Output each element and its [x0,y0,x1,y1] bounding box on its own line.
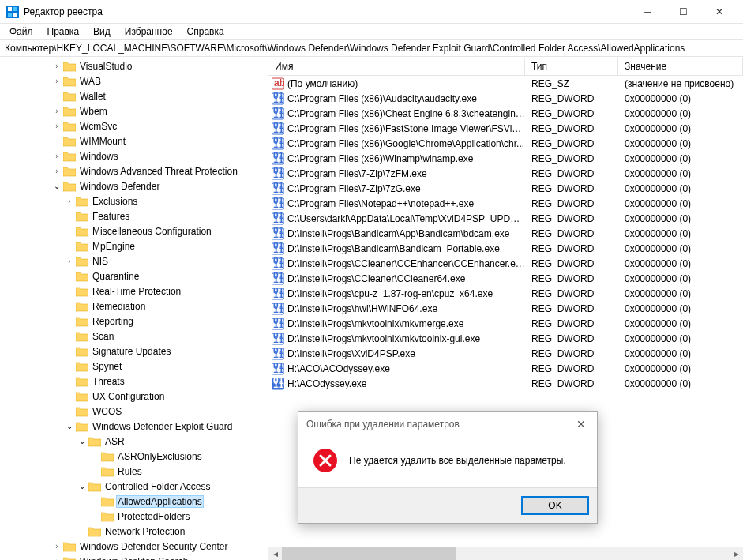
chevron-right-icon[interactable]: › [63,197,76,205]
tree-item[interactable]: Spynet [0,359,268,374]
tree-item-label: AllowedApplications [116,495,204,508]
tree-item[interactable]: ›Windows Defender Security Center [0,539,268,554]
value-name: D:\Instell\Progs\mkvtoolnix\mkvtoolnix-g… [287,333,480,344]
value-name: D:\Instell\Progs\CCleaner\CCleaner64.exe [287,273,465,284]
string-value-icon [272,77,284,90]
value-data: 0x00000000 (0) [618,123,743,134]
tree-item[interactable]: ⌄ASR [0,434,268,449]
list-row[interactable]: H:\ACO\ACOdyssey.exeREG_DWORD0x00000000 … [268,361,743,376]
chevron-right-icon[interactable]: › [51,167,63,175]
chevron-right-icon[interactable]: › [51,62,63,70]
list-row[interactable]: C:\Program Files\Notepad++\notepad++.exe… [268,196,743,211]
chevron-down-icon[interactable]: ⌄ [63,422,76,430]
tree-item[interactable]: Real-Time Protection [0,284,268,299]
dialog-close-button[interactable]: ✕ [573,418,589,430]
tree-item[interactable]: AllowedApplications [0,494,268,509]
chevron-right-icon[interactable]: › [51,122,63,130]
tree-item[interactable]: UX Configuration [0,389,268,404]
tree-item[interactable]: Network Protection [0,524,268,539]
address-bar[interactable]: Компьютер\HKEY_LOCAL_MACHINE\SOFTWARE\Mi… [0,39,743,57]
menu-favorites[interactable]: Избранное [118,24,179,39]
tree-item-label: UX Configuration [91,391,166,402]
tree-item[interactable]: WCOS [0,404,268,419]
chevron-right-icon[interactable]: › [51,107,63,115]
tree-item[interactable]: Signature Updates [0,344,268,359]
scroll-thumb[interactable] [282,547,456,560]
list-row[interactable]: C:\Program Files (x86)\Winamp\winamp.exe… [268,151,743,166]
list-row[interactable]: D:\Instell\Progs\Bandicam\Bandicam_Porta… [268,241,743,256]
chevron-right-icon[interactable]: › [51,77,63,85]
tree-item[interactable]: ›WAB [0,73,268,88]
list-row[interactable]: C:\Program Files\7-Zip\7zFM.exeREG_DWORD… [268,166,743,181]
folder-icon [63,106,76,117]
value-name: H:\ACOdyssey.exe [287,378,366,389]
tree-item[interactable]: ›Windows Advanced Threat Protection [0,163,268,179]
value-type: REG_DWORD [525,123,618,134]
list-row[interactable]: D:\Instell\Progs\hwi\HWiNFO64.exeREG_DWO… [268,301,743,316]
tree-item[interactable]: ⌄Controlled Folder Access [0,479,268,494]
list-row[interactable]: D:\Instell\Progs\CCleaner\CCEnhancer\CCE… [268,256,743,271]
horizontal-scrollbar[interactable]: ◂ ▸ [268,547,743,560]
chevron-down-icon[interactable]: ⌄ [51,182,63,190]
menu-view[interactable]: Вид [87,24,117,39]
column-name[interactable]: Имя [268,58,525,75]
list-row[interactable]: H:\ACOdyssey.exeREG_DWORD0x00000000 (0) [268,376,743,391]
list-row[interactable]: C:\Program Files (x86)\Google\Chrome\App… [268,136,743,151]
tree-item[interactable]: Miscellaneous Configuration [0,224,268,239]
tree-item[interactable]: ⌄Windows Defender Exploit Guard [0,419,268,434]
tree-item[interactable]: ProtectedFolders [0,509,268,524]
list-row[interactable]: C:\Program Files (x86)\Cheat Engine 6.8.… [268,106,743,121]
list-row[interactable]: C:\Program Files\7-Zip\7zG.exeREG_DWORD0… [268,181,743,196]
minimize-button[interactable]: ─ [630,1,666,23]
tree-item[interactable]: Remediation [0,299,268,314]
tree-pane[interactable]: ›VisualStudio›WABWallet›Wbem›WcmSvcWIMMo… [0,57,268,560]
tree-item[interactable]: ›Exclusions [0,194,268,209]
tree-item[interactable]: ASROnlyExclusions [0,449,268,464]
scroll-left-icon[interactable]: ◂ [268,547,282,560]
list-row[interactable]: D:\Instell\Progs\mkvtoolnix\mkvtoolnix-g… [268,331,743,346]
chevron-right-icon[interactable]: › [51,542,63,551]
menu-file[interactable]: Файл [3,24,39,39]
column-type[interactable]: Тип [525,58,618,75]
tree-item[interactable]: ›Windows [0,148,268,163]
chevron-down-icon[interactable]: ⌄ [76,482,88,490]
menu-help[interactable]: Справка [181,24,231,39]
tree-item[interactable]: ›Windows Desktop Search [0,554,268,560]
close-button[interactable]: ✕ [701,1,737,23]
list-row[interactable]: C:\Program Files (x86)\Audacity\audacity… [268,91,743,106]
tree-item[interactable]: Wallet [0,88,268,103]
list-row[interactable]: D:\Instell\Progs\cpu-z_1.87-rog-en\cpuz_… [268,286,743,301]
tree-item[interactable]: Quarantine [0,269,268,284]
tree-item[interactable]: ⌄Windows Defender [0,179,268,194]
maximize-button[interactable]: ☐ [666,1,701,23]
chevron-down-icon[interactable]: ⌄ [76,437,88,445]
tree-item[interactable]: WIMMount [0,133,268,148]
list-row[interactable]: D:\Instell\Progs\XviD4PSP.exeREG_DWORD0x… [268,346,743,361]
chevron-right-icon[interactable]: › [51,152,63,160]
tree-item[interactable]: ›WcmSvc [0,118,268,133]
value-data: 0x00000000 (0) [618,198,743,209]
column-value[interactable]: Значение [618,58,743,75]
chevron-right-icon[interactable]: › [51,557,63,560]
ok-button[interactable]: OK [521,496,589,515]
scroll-right-icon[interactable]: ▸ [730,547,743,560]
chevron-right-icon[interactable]: › [63,257,76,265]
tree-item-label: Exclusions [91,196,139,207]
list-row[interactable]: (По умолчанию)REG_SZ(значение не присвое… [268,76,743,91]
tree-item[interactable]: Threats [0,374,268,389]
list-row[interactable]: D:\Instell\Progs\mkvtoolnix\mkvmerge.exe… [268,316,743,331]
tree-item[interactable]: ›NIS [0,254,268,269]
tree-item[interactable]: Features [0,209,268,224]
tree-item[interactable]: Rules [0,464,268,479]
tree-item[interactable]: MpEngine [0,239,268,254]
list-row[interactable]: C:\Program Files (x86)\FastStone Image V… [268,121,743,136]
list-row[interactable]: D:\Instell\Progs\Bandicam\App\Bandicam\b… [268,226,743,241]
menu-edit[interactable]: Правка [41,24,86,39]
tree-item[interactable]: Reporting [0,314,268,329]
error-dialog: Ошибка при удалении параметров ✕ Не удае… [298,411,598,524]
tree-item[interactable]: Scan [0,329,268,344]
tree-item[interactable]: ›VisualStudio [0,58,268,73]
list-row[interactable]: C:\Users\darki\AppData\Local\Temp\XviD4P… [268,211,743,226]
tree-item[interactable]: ›Wbem [0,103,268,118]
list-row[interactable]: D:\Instell\Progs\CCleaner\CCleaner64.exe… [268,271,743,286]
